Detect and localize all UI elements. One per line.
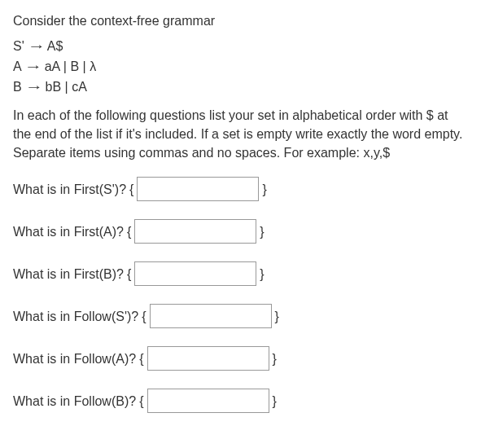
g1-rhs: A$	[47, 39, 63, 53]
grammar-line-3: B → bB | cA	[13, 77, 468, 98]
close-brace: }	[262, 180, 266, 199]
open-brace: {	[139, 349, 143, 368]
open-brace: {	[129, 180, 133, 199]
open-brace: {	[142, 307, 146, 326]
g2-rhs: aA | B | λ	[45, 59, 96, 73]
g3-lhs: B	[13, 80, 22, 94]
g1-lhs: S'	[13, 39, 24, 53]
question-label: What is in First(A)?	[13, 222, 124, 241]
close-brace: }	[273, 392, 277, 411]
close-brace: }	[275, 307, 279, 326]
open-brace: {	[127, 222, 131, 241]
answer-input-follow-b[interactable]	[147, 389, 269, 413]
instructions-text: In each of the following questions list …	[13, 106, 468, 163]
arrow-icon: →	[25, 77, 43, 98]
question-first-s-prime: What is in First(S')? { }	[13, 177, 468, 201]
close-brace: }	[260, 265, 264, 283]
arrow-icon: →	[24, 57, 42, 77]
question-follow-a: What is in Follow(A)? { }	[13, 346, 468, 371]
g2-lhs: A	[13, 59, 21, 73]
answer-input-first-s-prime[interactable]	[137, 177, 259, 201]
question-label: What is in Follow(B)?	[13, 392, 136, 411]
arrow-icon: →	[28, 37, 46, 57]
question-follow-s-prime: What is in Follow(S')? { }	[13, 304, 468, 328]
answer-input-first-b[interactable]	[134, 261, 256, 286]
grammar-line-2: A → aA | B | λ	[13, 57, 468, 77]
question-label: What is in Follow(S')?	[13, 307, 138, 326]
open-brace: {	[139, 392, 143, 411]
answer-input-first-a[interactable]	[134, 219, 256, 244]
answer-input-follow-s-prime[interactable]	[150, 304, 272, 328]
grammar-block: S' → A$ A → aA | B | λ B → bB | cA	[13, 37, 468, 97]
close-brace: }	[260, 222, 264, 241]
question-first-b: What is in First(B)? { }	[13, 261, 468, 286]
question-label: What is in First(B)?	[13, 265, 124, 283]
open-brace: {	[127, 265, 131, 283]
g3-rhs: bB | cA	[46, 80, 87, 94]
intro-text: Consider the context-free grammar	[13, 11, 468, 30]
question-first-a: What is in First(A)? { }	[13, 219, 468, 244]
answer-input-follow-a[interactable]	[147, 346, 269, 371]
question-label: What is in First(S')?	[13, 180, 126, 199]
question-follow-b: What is in Follow(B)? { }	[13, 389, 468, 413]
question-label: What is in Follow(A)?	[13, 349, 136, 368]
close-brace: }	[273, 349, 277, 368]
grammar-line-1: S' → A$	[13, 37, 468, 57]
